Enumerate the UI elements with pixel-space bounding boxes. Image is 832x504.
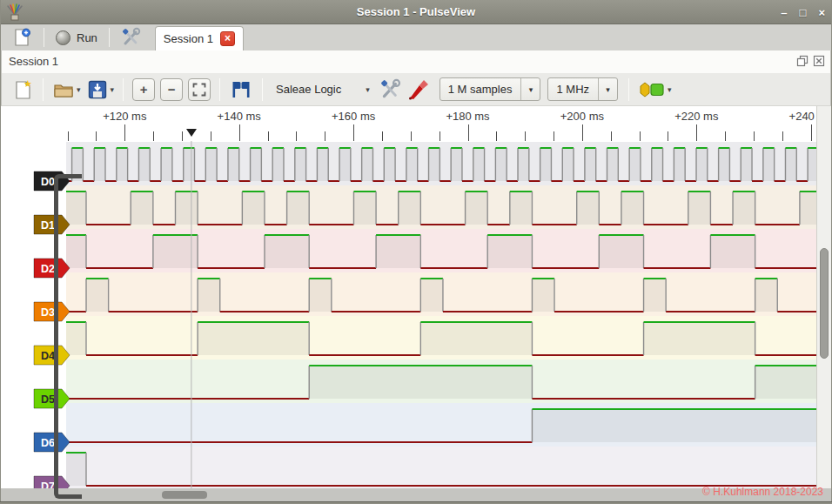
sample-count-dropdown-icon: ▾: [520, 78, 540, 100]
sample-count-value: 1 M samples: [440, 83, 521, 96]
device-select-value: Saleae Logic: [276, 83, 341, 96]
ruler-minor-tick: [68, 131, 69, 141]
show-cursors-button[interactable]: [226, 77, 256, 103]
separator: [262, 78, 263, 101]
ruler-minor-tick: [296, 131, 297, 141]
device-dropdown-icon: ▾: [366, 85, 370, 94]
ruler-label: +160 ms: [332, 110, 375, 123]
separator: [44, 28, 44, 47]
ruler-minor-tick: [525, 131, 526, 141]
channels-button[interactable]: [405, 77, 433, 103]
watermark: © H.Kuhlmann 2018-2023: [702, 486, 823, 498]
ruler-minor-tick: [153, 131, 154, 141]
ruler-minor-tick: [782, 131, 783, 141]
ruler-minor-tick: [182, 131, 183, 141]
ruler-minor-tick: [439, 131, 440, 141]
channel-group-bracket[interactable]: [54, 174, 82, 499]
svg-text:D7: D7: [41, 480, 55, 489]
ruler-minor-tick: [640, 131, 641, 141]
separator: [123, 78, 124, 101]
open-folder-icon: [52, 80, 75, 99]
dock-close-icon[interactable]: [813, 55, 825, 67]
tab-session-1[interactable]: Session 1 ×: [155, 26, 244, 51]
time-ruler[interactable]: +120 ms+140 ms+160 ms+180 ms+200 ms+220 …: [1, 106, 831, 141]
add-decoder-button[interactable]: ▾: [635, 77, 674, 103]
svg-text:D0: D0: [41, 176, 55, 188]
tab-session-1-label: Session 1: [164, 32, 213, 45]
ruler-label: +200 ms: [560, 110, 604, 123]
channel-band: [66, 447, 816, 488]
session-toolbar: ★ ▾ ▾ + −: [1, 73, 831, 106]
wrench-screwdriver-icon: [121, 27, 142, 48]
ruler-major-tick: [468, 124, 469, 141]
horizontal-scrollbar-thumb[interactable]: [162, 491, 207, 499]
ruler-minor-tick: [325, 131, 325, 141]
svg-text:D6: D6: [41, 437, 55, 449]
save-dropdown-icon[interactable]: ▾: [111, 85, 115, 94]
separator: [43, 78, 44, 101]
ruler-label: +220 ms: [674, 110, 718, 123]
ruler-major-tick: [353, 124, 354, 141]
ruler-minor-tick: [211, 131, 211, 141]
device-config-button[interactable]: [377, 77, 405, 103]
maximize-icon[interactable]: □: [800, 6, 807, 19]
ruler-minor-tick: [496, 131, 497, 141]
new-session-button[interactable]: [5, 26, 38, 49]
open-dropdown-icon[interactable]: ▾: [77, 85, 81, 94]
separator: [628, 78, 629, 101]
zoom-fit-button[interactable]: [188, 78, 211, 101]
ruler-minor-tick: [611, 131, 612, 141]
settings-button[interactable]: [115, 26, 148, 49]
vertical-scrollbar[interactable]: [816, 106, 831, 488]
zoom-in-button[interactable]: +: [132, 78, 155, 101]
svg-text:D1: D1: [41, 219, 55, 232]
session-dock-header: Session 1: [1, 50, 831, 73]
zoom-fit-icon: [191, 82, 207, 97]
ruler-minor-tick: [754, 131, 755, 141]
svg-text:D5: D5: [41, 393, 55, 406]
decoder-dropdown-icon: ▾: [668, 85, 672, 94]
sample-count-select[interactable]: 1 M samples ▾: [439, 77, 541, 101]
separator: [219, 78, 220, 101]
waveform-canvas: D0D1D2D3D4D5D6D7: [1, 141, 816, 488]
vertical-scrollbar-thumb[interactable]: [820, 248, 829, 359]
pulseview-window: Session 1 - PulseView – □ × Run: [0, 0, 832, 504]
svg-text:D2: D2: [41, 263, 55, 275]
main-toolbar: Run Session 1 ×: [0, 24, 832, 50]
minimize-icon[interactable]: –: [781, 6, 787, 19]
ruler-major-tick: [239, 124, 240, 141]
ruler-label: +120 ms: [103, 110, 146, 123]
svg-text:D3: D3: [41, 306, 55, 319]
device-select[interactable]: Saleae Logic ▾: [269, 77, 377, 103]
sample-rate-select[interactable]: 1 MHz ▾: [547, 77, 618, 101]
wrench-screwdriver-icon: [379, 78, 402, 101]
open-button[interactable]: ▾: [50, 77, 84, 103]
ruler-major-tick: [696, 124, 697, 141]
trigger-marker-icon[interactable]: [186, 129, 197, 137]
new-view-button[interactable]: ★: [9, 77, 37, 103]
cursors-icon: [229, 80, 253, 99]
waveform-view[interactable]: D0D1D2D3D4D5D6D7: [1, 141, 816, 488]
run-button[interactable]: Run: [50, 26, 104, 49]
svg-text:★: ★: [23, 78, 32, 89]
ruler-major-tick: [811, 124, 812, 141]
ruler-minor-tick: [96, 131, 97, 141]
sample-rate-dropdown-icon: ▾: [598, 78, 617, 100]
ruler-label: +180 ms: [446, 110, 489, 123]
decoder-icon: [638, 81, 666, 98]
tab-close-button[interactable]: ×: [220, 31, 235, 46]
ruler-minor-tick: [382, 131, 383, 141]
window-title: Session 1 - PulseView: [0, 5, 832, 18]
ruler-major-tick: [124, 124, 125, 141]
save-button[interactable]: ▾: [84, 77, 117, 103]
session-dock-title: Session 1: [9, 55, 58, 68]
sample-rate-value: 1 MHz: [548, 83, 598, 96]
run-button-label: Run: [77, 31, 97, 44]
run-led-icon: [56, 30, 70, 45]
dock-float-icon[interactable]: [796, 55, 809, 67]
window-titlebar[interactable]: Session 1 - PulseView – □ ×: [0, 0, 832, 24]
ruler-minor-tick: [668, 131, 668, 141]
close-icon[interactable]: ×: [818, 6, 825, 19]
save-icon: [86, 78, 109, 101]
zoom-out-button[interactable]: −: [160, 78, 183, 101]
